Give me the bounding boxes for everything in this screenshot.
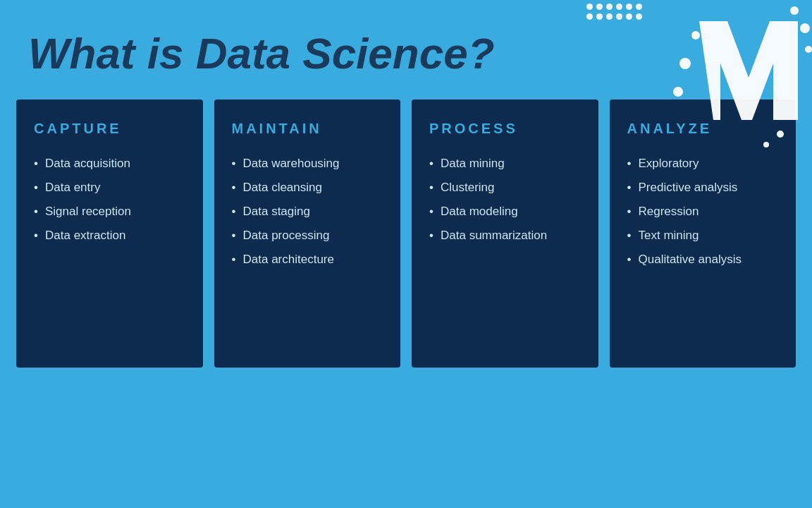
card-title-capture: CAPTURE — [34, 121, 185, 137]
list-item: Predictive analysis — [627, 181, 779, 195]
decorative-dots — [586, 4, 643, 20]
list-item: Data warehousing — [232, 157, 383, 171]
list-item: Data extraction — [34, 229, 185, 243]
card-list-process: Data miningClusteringData modelingData s… — [429, 157, 581, 243]
svg-point-2 — [673, 87, 683, 97]
list-item: Data modeling — [429, 205, 581, 219]
list-item: Data processing — [232, 229, 383, 243]
card-list-maintain: Data warehousingData cleansingData stagi… — [232, 157, 383, 267]
card-maintain: MAINTAINData warehousingData cleansingDa… — [214, 99, 401, 368]
card-list-capture: Data acquisitionData entrySignal recepti… — [34, 157, 185, 243]
list-item: Data architecture — [232, 253, 383, 267]
list-item: Data acquisition — [34, 157, 185, 171]
list-item: Data cleansing — [232, 181, 383, 195]
svg-point-3 — [800, 23, 810, 33]
svg-point-6 — [777, 131, 784, 138]
svg-point-1 — [691, 31, 700, 40]
list-item: Text mining — [627, 229, 779, 243]
list-item: Data staging — [232, 205, 383, 219]
list-item: Data mining — [429, 157, 581, 171]
list-item: Clustering — [429, 181, 581, 195]
list-item: Data entry — [34, 181, 185, 195]
list-item: Regression — [627, 205, 779, 219]
logo-area — [643, 0, 812, 155]
list-item: Data summarization — [429, 229, 581, 243]
list-item: Exploratory — [627, 157, 779, 171]
card-title-process: PROCESS — [429, 121, 581, 137]
card-capture: CAPTUREData acquisitionData entrySignal … — [16, 99, 203, 368]
card-title-maintain: MAINTAIN — [232, 121, 383, 137]
svg-point-5 — [790, 6, 799, 15]
svg-point-7 — [763, 142, 769, 147]
list-item: Signal reception — [34, 205, 185, 219]
svg-point-4 — [805, 46, 812, 53]
card-process: PROCESSData miningClusteringData modelin… — [412, 99, 598, 368]
list-item: Qualitative analysis — [627, 253, 779, 267]
svg-point-0 — [679, 58, 691, 69]
card-list-analyze: ExploratoryPredictive analysisRegression… — [627, 157, 779, 267]
